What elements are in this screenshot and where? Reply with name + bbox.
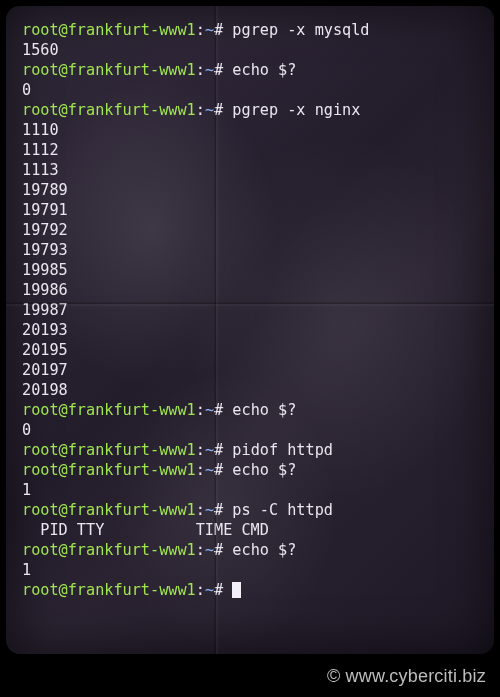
output-line: 1 [22,560,482,580]
command-line: root@frankfurt-www1:~# pgrep -x nginx [22,100,482,120]
output-line: 20197 [22,360,482,380]
shell-prompt: root@frankfurt-www1:~# [22,441,232,459]
prompt-path: ~ [205,61,214,79]
shell-prompt: root@frankfurt-www1:~# [22,21,232,39]
prompt-user-host: root@frankfurt-www1 [22,461,196,479]
output-text: 20195 [22,341,68,359]
command-line: root@frankfurt-www1:~# ps -C httpd [22,500,482,520]
command-line: root@frankfurt-www1:~# pidof httpd [22,440,482,460]
command-line: root@frankfurt-www1:~# echo $? [22,400,482,420]
terminal-window[interactable]: root@frankfurt-www1:~# pgrep -x mysqld15… [6,6,494,654]
prompt-sigil: # [214,441,232,459]
prompt-user-host: root@frankfurt-www1 [22,101,196,119]
output-text: PID TTY TIME CMD [22,521,269,539]
output-text: 19986 [22,281,68,299]
prompt-path: ~ [205,21,214,39]
shell-prompt: root@frankfurt-www1:~# [22,541,232,559]
prompt-user-host: root@frankfurt-www1 [22,541,196,559]
prompt-colon: : [196,21,205,39]
prompt-user-host: root@frankfurt-www1 [22,61,196,79]
command-text[interactable]: pgrep -x mysqld [232,21,369,39]
prompt-sigil: # [214,581,232,599]
prompt-path: ~ [205,541,214,559]
prompt-path: ~ [205,461,214,479]
prompt-sigil: # [214,61,232,79]
shell-prompt: root@frankfurt-www1:~# [22,461,232,479]
output-text: 19987 [22,301,68,319]
output-text: 1113 [22,161,59,179]
command-text[interactable]: pidof httpd [232,441,333,459]
prompt-sigil: # [214,21,232,39]
output-line: PID TTY TIME CMD [22,520,482,540]
command-line: root@frankfurt-www1:~# echo $? [22,60,482,80]
output-text: 20193 [22,321,68,339]
prompt-colon: : [196,461,205,479]
output-line: 19789 [22,180,482,200]
command-text[interactable]: echo $? [232,461,296,479]
prompt-user-host: root@frankfurt-www1 [22,581,196,599]
prompt-colon: : [196,581,205,599]
prompt-user-host: root@frankfurt-www1 [22,441,196,459]
prompt-sigil: # [214,101,232,119]
output-line: 0 [22,80,482,100]
cursor [232,582,241,598]
output-line: 19985 [22,260,482,280]
prompt-colon: : [196,541,205,559]
output-text: 19791 [22,201,68,219]
command-text[interactable]: pgrep -x nginx [232,101,360,119]
shell-prompt: root@frankfurt-www1:~# [22,581,232,599]
output-line: 20195 [22,340,482,360]
command-text[interactable]: echo $? [232,61,296,79]
output-line: 1560 [22,40,482,60]
prompt-colon: : [196,61,205,79]
output-text: 1 [22,481,31,499]
output-line: 19793 [22,240,482,260]
prompt-path: ~ [205,401,214,419]
output-text: 1112 [22,141,59,159]
prompt-sigil: # [214,501,232,519]
command-text[interactable]: ps -C httpd [232,501,333,519]
prompt-sigil: # [214,461,232,479]
output-text: 1560 [22,41,59,59]
output-line: 19987 [22,300,482,320]
output-text: 0 [22,81,31,99]
output-text: 19793 [22,241,68,259]
output-text: 19985 [22,261,68,279]
output-text: 20198 [22,381,68,399]
output-text: 1 [22,561,31,579]
output-text: 0 [22,421,31,439]
output-text: 1110 [22,121,59,139]
shell-prompt: root@frankfurt-www1:~# [22,61,232,79]
output-line: 20198 [22,380,482,400]
command-text[interactable]: echo $? [232,401,296,419]
output-line: 1110 [22,120,482,140]
output-line: 1 [22,480,482,500]
prompt-colon: : [196,401,205,419]
prompt-sigil: # [214,541,232,559]
output-line: 19792 [22,220,482,240]
output-line: 19791 [22,200,482,220]
command-line: root@frankfurt-www1:~# [22,580,482,600]
prompt-path: ~ [205,581,214,599]
output-line: 1113 [22,160,482,180]
prompt-user-host: root@frankfurt-www1 [22,501,196,519]
output-text: 19789 [22,181,68,199]
command-line: root@frankfurt-www1:~# echo $? [22,460,482,480]
shell-prompt: root@frankfurt-www1:~# [22,401,232,419]
command-line: root@frankfurt-www1:~# pgrep -x mysqld [22,20,482,40]
command-line: root@frankfurt-www1:~# echo $? [22,540,482,560]
watermark-text: © www.cyberciti.biz [327,666,486,687]
output-text: 19792 [22,221,68,239]
prompt-colon: : [196,441,205,459]
prompt-colon: : [196,101,205,119]
prompt-sigil: # [214,401,232,419]
prompt-user-host: root@frankfurt-www1 [22,401,196,419]
output-line: 1112 [22,140,482,160]
shell-prompt: root@frankfurt-www1:~# [22,101,232,119]
prompt-path: ~ [205,441,214,459]
screenshot-frame: root@frankfurt-www1:~# pgrep -x mysqld15… [0,0,500,697]
prompt-path: ~ [205,101,214,119]
output-line: 0 [22,420,482,440]
output-text: 20197 [22,361,68,379]
command-text[interactable]: echo $? [232,541,296,559]
